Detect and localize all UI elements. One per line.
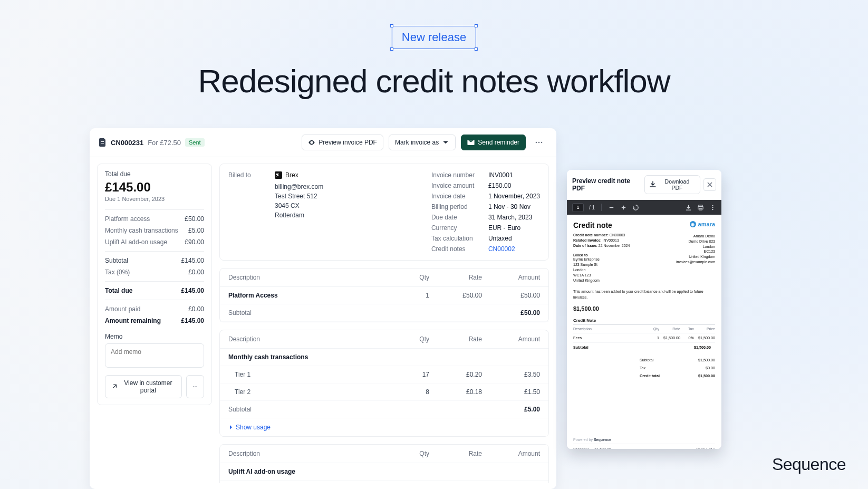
view-in-portal-button[interactable]: View in customer portal — [105, 375, 182, 398]
external-link-icon — [111, 383, 118, 390]
dots-icon — [535, 138, 543, 147]
zoom-out-icon[interactable] — [608, 204, 615, 211]
svg-rect-7 — [610, 207, 613, 207]
invoice-header-right: Preview invoice PDF Mark invoice as Send… — [302, 135, 547, 150]
credit-note-link[interactable]: CN00002 — [488, 245, 540, 253]
total-due-amount: £145.00 — [105, 180, 204, 195]
invoice-card: CN000231 For £72.50 Sent Preview invoice… — [90, 128, 556, 489]
pdf-viewer-toolbar: 1 / 1 — [567, 200, 721, 215]
download-pdf-button[interactable]: Download PDF — [644, 175, 700, 194]
zoom-in-icon[interactable] — [620, 204, 627, 211]
page-title: Redesigned credit notes workflow — [0, 62, 868, 100]
line-items-uplift: DescriptionQtyRateAmount Uplift AI add-o… — [219, 444, 549, 483]
svg-point-2 — [541, 142, 543, 143]
for-amount: For £72.50 — [148, 139, 181, 147]
mark-invoice-button[interactable]: Mark invoice as — [389, 135, 456, 150]
more-button[interactable] — [531, 135, 547, 150]
preview-invoice-button[interactable]: Preview invoice PDF — [302, 135, 383, 150]
page-total: / 1 — [589, 205, 595, 210]
svg-point-0 — [536, 142, 537, 143]
rotate-icon[interactable] — [632, 204, 639, 211]
release-badge-text: New release — [402, 31, 466, 44]
eye-icon — [308, 139, 315, 146]
pdf-page: Credit note ◉amara Credit note number: C… — [567, 215, 721, 449]
chevron-down-icon — [442, 139, 449, 146]
pdf-modal-header: Preview credit note PDF Download PDF — [567, 170, 721, 200]
info-panel: Billed to Brex billing@brex.com Test Str… — [219, 164, 549, 261]
total-due-label: Total due — [105, 170, 204, 178]
status-badge: Sent — [185, 138, 205, 147]
line-items-platform: DescriptionQtyRateAmount Platform Access… — [219, 268, 549, 322]
send-reminder-label: Send reminder — [478, 139, 519, 146]
svg-point-3 — [193, 386, 194, 387]
invoice-header-left: CN000231 For £72.50 Sent — [99, 138, 205, 147]
download-icon[interactable] — [685, 204, 692, 211]
summary-more-button[interactable] — [186, 375, 204, 398]
svg-point-14 — [712, 207, 713, 208]
document-icon — [99, 138, 107, 147]
chevron-right-icon — [228, 425, 234, 430]
download-icon — [649, 181, 657, 188]
line-items-transactions: DescriptionQtyRateAmount Monthly cash tr… — [219, 330, 549, 437]
svg-point-4 — [195, 386, 196, 387]
release-badge: New release — [392, 26, 476, 49]
more-icon[interactable] — [709, 204, 716, 211]
page-input[interactable]: 1 — [572, 203, 584, 212]
close-icon — [707, 181, 713, 188]
pdf-modal-title: Preview credit note PDF — [572, 177, 644, 192]
svg-point-1 — [538, 142, 540, 143]
svg-point-5 — [196, 386, 197, 387]
billed-name: Brex — [285, 171, 298, 179]
brex-icon — [275, 171, 282, 179]
pdf-preview-modal: Preview credit note PDF Download PDF 1 /… — [567, 170, 721, 449]
due-date-text: Due 1 November, 2023 — [105, 196, 204, 202]
send-reminder-button[interactable]: Send reminder — [461, 135, 526, 150]
billed-to-label: Billed to — [228, 171, 269, 253]
invoice-details: Invoice numberINV0001 Invoice amount£150… — [431, 171, 540, 253]
dots-icon — [192, 383, 198, 390]
invoice-header: CN000231 For £72.50 Sent Preview invoice… — [90, 128, 556, 157]
close-button[interactable] — [703, 178, 716, 191]
mail-icon — [467, 139, 475, 146]
pdf-brand: ◉amara — [690, 221, 715, 227]
show-usage-toggle[interactable]: Show usage — [220, 418, 548, 436]
memo-input[interactable] — [105, 343, 204, 368]
svg-point-15 — [712, 209, 713, 210]
preview-invoice-label: Preview invoice PDF — [319, 139, 377, 146]
print-icon[interactable] — [697, 204, 704, 211]
release-badge-wrap: New release — [392, 26, 476, 49]
memo-label: Memo — [105, 333, 204, 340]
mark-invoice-label: Mark invoice as — [395, 139, 439, 146]
brand-logo: Sequence — [772, 455, 846, 474]
svg-rect-9 — [623, 205, 624, 209]
credit-note-id: CN000231 — [111, 139, 143, 147]
svg-point-13 — [712, 205, 713, 206]
summary-panel: Total due £145.00 Due 1 November, 2023 P… — [97, 164, 212, 405]
